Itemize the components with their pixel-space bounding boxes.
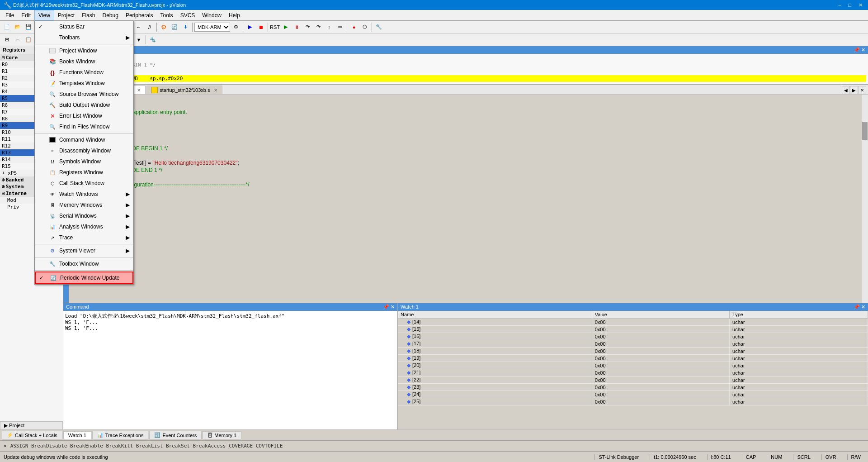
tab-memory1[interactable]: 🗄 Memory 1 [203, 431, 241, 439]
tb2-2[interactable]: ≡ [13, 35, 23, 45]
tb-target-options[interactable]: ⚙ [231, 22, 241, 32]
vm-command-window[interactable]: Command Window [35, 134, 133, 145]
tb-settings[interactable]: 🔧 [374, 22, 384, 32]
watch-row: ◆[22] 0x00 uchar [398, 376, 868, 384]
menu-help[interactable]: Help [225, 10, 244, 20]
tb-comment[interactable]: // [145, 22, 155, 32]
tab-watch1[interactable]: Watch 1 [63, 431, 91, 439]
tb2-1[interactable]: ⊞ [2, 35, 12, 45]
tab-scroll-right[interactable]: ▶ [850, 86, 858, 94]
command-content[interactable]: Load "D:\嵌入式作业\16week\stm32_Flash\MDK-AR… [63, 311, 397, 429]
tb-save[interactable]: 💾 [24, 22, 33, 32]
vm-symbols-window[interactable]: Ω Symbols Window [35, 156, 133, 167]
tb-stop-run[interactable]: ⏸ [292, 22, 302, 32]
title-controls[interactable]: − □ ✕ [836, 2, 864, 8]
project-tab[interactable]: ▶ Project [0, 421, 63, 429]
vm-source-browser[interactable]: 🔍 Source Browser Window [35, 89, 133, 100]
tab-main-c-close[interactable]: ✕ [137, 88, 141, 93]
tb-open[interactable]: 📂 [13, 22, 23, 32]
vm-serial-windows[interactable]: 📡 Serial Windows ▶ [35, 210, 133, 221]
vm-system-viewer[interactable]: ⚙ System Viewer ▶ [35, 245, 133, 256]
tb-target-select[interactable]: MDK-ARM [194, 23, 230, 32]
vm-analysis-windows[interactable]: 📊 Analysis Windows ▶ [35, 221, 133, 232]
tb2-13[interactable]: 🔩 [148, 35, 158, 45]
vm-status-bar[interactable]: ✓ Status Bar [35, 21, 133, 32]
tab-trace-exceptions[interactable]: 📊 Trace Exceptions [92, 431, 149, 439]
status-scrl: SCRL [793, 454, 814, 460]
minimize-button[interactable]: − [836, 2, 843, 8]
tab-startup-close[interactable]: ✕ [214, 88, 217, 93]
watch-close-icon[interactable]: ✕ [861, 304, 865, 310]
menu-view[interactable]: View [34, 10, 54, 20]
vm-books-window[interactable]: 📚 Books Window [35, 56, 133, 67]
tb-debug-start[interactable]: ▶ [245, 22, 255, 32]
vm-functions-window[interactable]: {} Functions Window [35, 67, 133, 78]
menu-flash[interactable]: Flash [78, 10, 99, 20]
menu-svcs[interactable]: SVCS [177, 10, 199, 20]
tb-debug-stop[interactable]: ⏹ [256, 22, 266, 32]
vm-build-output[interactable]: 🔨 Build Output Window [35, 100, 133, 110]
vm-callstack-window[interactable]: ⬡ Call Stack Window [35, 178, 133, 189]
vm-periodic-check: ✓ [39, 275, 47, 281]
tb-breakpoint[interactable]: ● [349, 22, 359, 32]
status-left: Update debug windows while code is execu… [4, 454, 594, 460]
vm-memory-windows[interactable]: 🗄 Memory Windows ▶ [35, 200, 133, 210]
code-scroll-container[interactable]: 82 83 ⊟ /** 84 * @brief The appl [63, 95, 868, 303]
vm-find-files[interactable]: 🔍 Find In Files Window [35, 121, 133, 132]
tb-build[interactable]: ⚙ [159, 22, 169, 32]
watch-cell-value: 0x00 [592, 326, 729, 333]
vm-toolbox-window[interactable]: 🔧 Toolbox Window [35, 258, 133, 269]
maximize-button[interactable]: □ [846, 2, 853, 8]
tb-download[interactable]: ⬇ [180, 22, 190, 32]
vm-periodic-update[interactable]: ✓ 🔄 Periodic Window Update [35, 271, 133, 284]
tb-rebuild[interactable]: 🔄 [170, 22, 179, 32]
disassembly-content[interactable]: 88: { 89: /* USER CODE BEGIN 1 */ 90: ui… [63, 54, 868, 84]
tb-outdent[interactable]: ← [134, 22, 144, 32]
status-time: t1: 0.00024960 sec [650, 454, 700, 460]
dis-close-icon[interactable]: ✕ [861, 47, 865, 52]
tab-close-all[interactable]: ✕ [858, 86, 866, 94]
watch-cell-type: uchar [730, 376, 868, 384]
tb-step-out[interactable]: ↑ [324, 22, 334, 32]
dis-pin-icon[interactable]: 📌 [854, 47, 860, 52]
vm-watch-windows[interactable]: 👁 Watch Windows ▶ [35, 189, 133, 200]
watch-cell-name: ◆[25] [398, 398, 592, 405]
tb-run-to[interactable]: ⇨ [335, 22, 345, 32]
tb-new[interactable]: 📄 [2, 22, 12, 32]
watch-pin-icon[interactable]: 📌 [854, 304, 860, 310]
callstack-icon: ⚡ [7, 432, 13, 438]
vm-error-list[interactable]: ✕ Error List Window [35, 110, 133, 121]
tab-scroll-left[interactable]: ◀ [842, 86, 850, 94]
vm-toolbars[interactable]: Toolbars ▶ [35, 32, 133, 43]
menu-tools[interactable]: Tools [157, 10, 177, 20]
menu-peripherals[interactable]: Peripherals [122, 10, 157, 20]
menu-file[interactable]: File [2, 10, 18, 20]
tb2-3[interactable]: 📋 [24, 35, 33, 45]
tb-run[interactable]: ▶ [281, 22, 291, 32]
vm-project-window[interactable]: Project Window [35, 45, 133, 56]
mem1-icon: 🗄 [208, 433, 212, 438]
close-button[interactable]: ✕ [857, 2, 864, 8]
vm-disassembly-window[interactable]: ≡ Disassembly Window [35, 145, 133, 156]
watch-table[interactable]: Name Value Type ◆[14] 0x00 uchar ◆[15] 0… [398, 311, 868, 429]
vm-templates-window[interactable]: 📝 Templates Window [35, 78, 133, 89]
watch-cell-value: 0x00 [592, 348, 729, 355]
menu-project[interactable]: Project [54, 10, 78, 20]
vm-trace[interactable]: ↗ Trace ▶ [35, 232, 133, 243]
tab-startup[interactable]: startup_stm32f103xb.s ✕ [146, 86, 222, 94]
menu-window[interactable]: Window [198, 10, 225, 20]
cmd-pin-icon[interactable]: 📌 [383, 304, 389, 310]
tb-reset[interactable]: RST [270, 22, 280, 32]
tab-callstack[interactable]: ⚡ Call Stack + Locals [2, 431, 62, 439]
tb-step-over[interactable]: ↷ [313, 22, 323, 32]
tb2-12[interactable]: ▼ [134, 35, 144, 45]
tab-event-counters[interactable]: 🔢 Event Counters [149, 431, 202, 439]
menu-debug[interactable]: Debug [99, 10, 122, 20]
vm-registers-window[interactable]: 📋 Registers Window [35, 167, 133, 178]
code-vscroll-thumb[interactable] [862, 122, 868, 140]
tb-step[interactable]: ↷ [302, 22, 312, 32]
cmd-close-icon[interactable]: ✕ [391, 304, 395, 310]
tb-breakpoints[interactable]: ⬡ [360, 22, 370, 32]
menu-edit[interactable]: Edit [18, 10, 34, 20]
code-vscroll[interactable] [862, 95, 868, 303]
